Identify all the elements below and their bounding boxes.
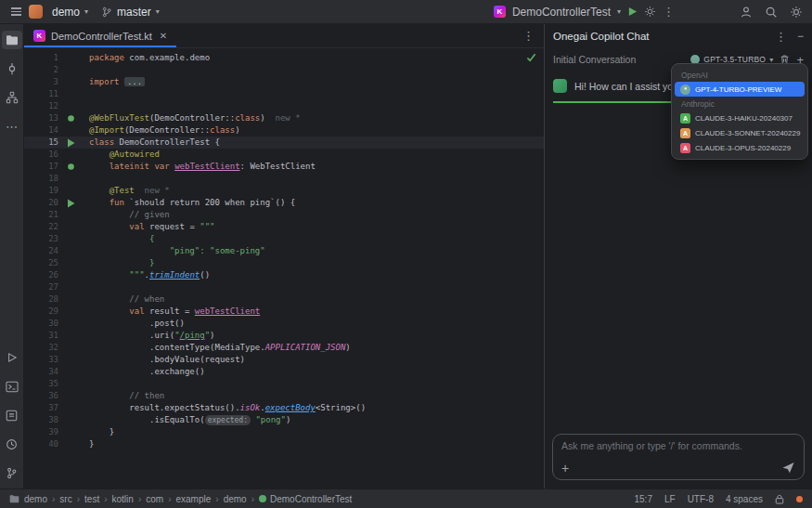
close-icon[interactable]: ✕	[160, 31, 167, 41]
code-line-2[interactable]: 2	[24, 64, 544, 76]
model-option[interactable]: *GPT-4-TURBO-PREVIEW	[675, 82, 805, 97]
file-encoding[interactable]: UTF-8	[688, 494, 714, 504]
spring-bean-gutter-icon[interactable]	[63, 114, 78, 123]
line-number: 40	[24, 438, 63, 450]
code-line-37[interactable]: 37 result.expectStatus().isOk.expectBody…	[24, 402, 544, 414]
code-line-26[interactable]: 26 """.trimIndent()	[24, 269, 544, 281]
git-icon[interactable]	[2, 463, 22, 482]
code-line-18[interactable]: 18	[24, 173, 544, 185]
code-line-31[interactable]: 31 .uri("/ping")	[24, 330, 544, 342]
model-option[interactable]: ACLAUDE-3-SONNET-20240229	[675, 125, 805, 140]
tab-democontrollertest[interactable]: K DemoControllerTest.kt ✕	[24, 24, 176, 47]
project-widget[interactable]: demo ▾	[48, 4, 92, 20]
breadcrumb-item[interactable]: example	[175, 494, 211, 504]
token: )	[345, 343, 350, 352]
code-line-30[interactable]: 30 .post()	[24, 318, 544, 330]
breadcrumb-item[interactable]: DemoControllerTest	[259, 494, 352, 504]
class-icon	[259, 495, 266, 502]
run-tool-icon[interactable]	[2, 348, 22, 367]
lock-icon[interactable]	[775, 494, 784, 504]
search-icon[interactable]	[765, 6, 778, 19]
run-gutter-icon[interactable]	[63, 199, 78, 208]
code-line-16[interactable]: 16 @Autowired	[24, 149, 544, 161]
user-account-icon[interactable]	[740, 6, 753, 19]
code-line-1[interactable]: 1package com.example.demo	[24, 52, 544, 64]
settings-gear-icon[interactable]	[790, 6, 803, 19]
chat-options-icon[interactable]: ⋮	[775, 31, 787, 43]
code-line-13[interactable]: 13@WebFluxTest(DemoController::class) ne…	[24, 112, 544, 124]
chat-input-box[interactable]: Ask me anything or type '/' for commands…	[552, 434, 805, 480]
caret-position[interactable]: 15:7	[634, 494, 651, 504]
breadcrumb-item[interactable]: test	[84, 494, 99, 504]
more-tool-windows-icon[interactable]: ⋯	[2, 117, 22, 136]
branch-widget[interactable]: master ▾	[97, 4, 163, 20]
editor-options-icon[interactable]: ⋮	[522, 30, 544, 42]
main-menu-icon[interactable]	[9, 6, 23, 17]
inspections-ok-icon[interactable]	[526, 53, 536, 62]
token: )	[210, 331, 214, 340]
code-line-11[interactable]: 11	[24, 88, 544, 100]
send-icon[interactable]	[781, 461, 795, 475]
model-option[interactable]: ACLAUDE-3-HAIKU-20240307	[675, 111, 805, 125]
code-line-29[interactable]: 29 val result = webTestClient	[24, 306, 544, 318]
code-line-3[interactable]: 3import ...	[24, 76, 544, 88]
code-line-20[interactable]: 20 fun `should return 200 when ping`() {	[24, 197, 544, 209]
run-gutter-icon[interactable]	[63, 138, 78, 148]
code-line-15[interactable]: 15class DemoControllerTest {	[24, 137, 544, 149]
token: .uri(	[89, 331, 174, 340]
more-actions-icon[interactable]: ⋮	[663, 6, 675, 18]
code-line-34[interactable]: 34 .exchange()	[24, 366, 544, 378]
code-line-21[interactable]: 21 // given	[24, 209, 544, 221]
code-editor[interactable]: 1package com.example.demo23import ...111…	[24, 48, 544, 488]
main-area: ⋯ K DemoControllerTest.kt	[0, 24, 812, 488]
code-text: result.expectStatus().isOk.expectBody<St…	[78, 402, 366, 414]
code-text: val result = webTestClient	[78, 306, 260, 318]
code-line-23[interactable]: 23 {	[24, 233, 544, 245]
model-option[interactable]: ACLAUDE-3-OPUS-20240229	[675, 140, 805, 155]
code-line-35[interactable]: 35	[24, 378, 544, 390]
folded-import-region[interactable]: ...	[124, 77, 145, 86]
code-line-24[interactable]: 24 "ping": "some-ping"	[24, 245, 544, 257]
structure-icon[interactable]	[2, 88, 22, 107]
breadcrumb-item[interactable]: src	[59, 494, 71, 504]
code-line-32[interactable]: 32 .contentType(MediaType.APPLICATION_JS…	[24, 342, 544, 354]
code-line-36[interactable]: 36 // then	[24, 390, 544, 402]
hide-panel-icon[interactable]: −	[797, 30, 804, 43]
code-line-19[interactable]: 19 @Test new *	[24, 185, 544, 197]
run-config-name[interactable]: DemoControllerTest	[512, 6, 611, 19]
run-settings-gear-icon[interactable]	[644, 6, 656, 18]
code-line-22[interactable]: 22 val request = """	[24, 221, 544, 233]
breadcrumb-item[interactable]: kotlin	[112, 494, 134, 504]
code-line-39[interactable]: 39 }	[24, 426, 544, 438]
token: package	[89, 53, 124, 62]
code-line-17[interactable]: 17 lateinit var webTestClient: WebTestCl…	[24, 161, 544, 173]
notification-dot[interactable]	[796, 496, 803, 502]
code-line-40[interactable]: 40}	[24, 438, 544, 450]
code-line-12[interactable]: 12	[24, 100, 544, 112]
problems-icon[interactable]	[2, 406, 22, 424]
run-button[interactable]	[627, 7, 638, 17]
line-number: 38	[24, 414, 63, 426]
chevron-down-icon[interactable]: ▾	[617, 7, 621, 16]
run-config-icon: K	[494, 6, 506, 18]
project-icon[interactable]	[2, 31, 22, 49]
commit-icon[interactable]	[2, 59, 22, 78]
code-line-38[interactable]: 38 .isEqualTo(expected: "pong")	[24, 414, 544, 426]
terminal-icon[interactable]	[2, 377, 22, 396]
breadcrumb-item[interactable]: com	[146, 494, 163, 504]
attach-plus-icon[interactable]: +	[561, 462, 569, 475]
services-clock-icon[interactable]	[2, 435, 22, 453]
code-line-33[interactable]: 33 .bodyValue(request)	[24, 354, 544, 366]
token: fun	[89, 198, 124, 207]
code-line-25[interactable]: 25 }	[24, 257, 544, 269]
breadcrumb-item[interactable]: demo	[24, 494, 47, 504]
indent-setting[interactable]: 4 spaces	[726, 494, 763, 504]
code-line-14[interactable]: 14@Import(DemoController::class)	[24, 124, 544, 137]
code-vision-hint[interactable]: new *	[265, 113, 301, 123]
code-line-28[interactable]: 28 // when	[24, 293, 544, 306]
code-vision-hint[interactable]: new *	[135, 186, 170, 195]
line-separator[interactable]: LF	[664, 494, 676, 504]
breadcrumb-item[interactable]: demo	[224, 494, 247, 504]
spring-bean-gutter-icon[interactable]	[63, 163, 78, 171]
code-line-27[interactable]: 27	[24, 281, 544, 293]
